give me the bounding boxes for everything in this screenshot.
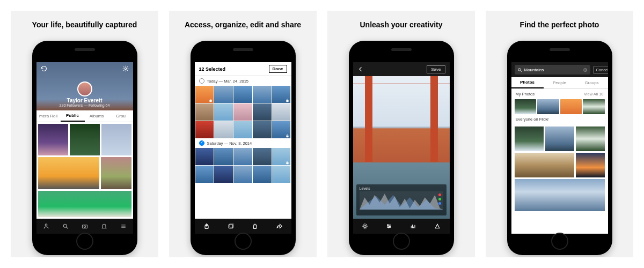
album-icon[interactable]: [228, 223, 234, 229]
gear-icon[interactable]: [122, 65, 129, 72]
radio-checked-icon[interactable]: [199, 140, 204, 146]
brightness-icon[interactable]: [362, 223, 368, 229]
photo-thumb[interactable]: [515, 126, 544, 151]
photo-thumb[interactable]: [545, 126, 574, 151]
search-input[interactable]: [524, 68, 581, 72]
photo-thumb[interactable]: [253, 86, 272, 103]
svg-point-14: [390, 226, 391, 227]
photo-thumb[interactable]: [70, 124, 100, 155]
photo-thumb[interactable]: [583, 99, 605, 114]
histogram-icon[interactable]: [410, 223, 416, 229]
photo-thumb[interactable]: [38, 157, 99, 189]
tab-photos[interactable]: Photos: [511, 77, 544, 88]
photo-thumb[interactable]: [38, 124, 68, 155]
photo-thumb[interactable]: [195, 148, 214, 165]
profile-name: Taylor Everett: [67, 98, 103, 103]
photo-thumb[interactable]: [272, 103, 291, 121]
photo-thumb[interactable]: [515, 99, 537, 114]
histogram[interactable]: [360, 191, 443, 210]
profile-tabs: mera Roll Public Albums Grou: [36, 110, 133, 122]
forward-icon[interactable]: [276, 223, 282, 229]
photo-thumb[interactable]: [253, 148, 272, 165]
profile-header: Taylor Everett 220 Followers — Following…: [36, 62, 133, 110]
search-field[interactable]: [515, 65, 590, 75]
profile-stats: 220 Followers — Following 64: [60, 103, 110, 107]
bottom-actions: [195, 219, 291, 234]
photo-thumb[interactable]: [537, 99, 559, 114]
back-icon[interactable]: [357, 66, 364, 72]
lock-icon: [286, 133, 289, 137]
photo-thumb[interactable]: [101, 124, 131, 155]
camera-icon[interactable]: [82, 223, 88, 229]
crop-icon[interactable]: [434, 223, 441, 229]
svg-point-1: [45, 224, 47, 226]
person-icon[interactable]: [43, 223, 49, 229]
photo-thumb[interactable]: [195, 166, 214, 183]
panel-edit: Unleash your creativity Save Levels: [327, 11, 475, 257]
radio-unchecked-icon[interactable]: [199, 78, 204, 84]
photo-thumb[interactable]: [233, 103, 252, 121]
photo-thumb[interactable]: [253, 103, 272, 121]
refresh-icon[interactable]: [41, 65, 47, 72]
photo-thumb[interactable]: [214, 148, 233, 165]
edit-tools: [353, 219, 450, 234]
edit-canvas[interactable]: Levels: [353, 76, 450, 219]
photo-thumb[interactable]: [576, 126, 605, 151]
search-icon: [517, 68, 522, 72]
avatar[interactable]: [77, 81, 92, 96]
photo-thumb[interactable]: [195, 103, 214, 121]
photo-thumb[interactable]: [272, 121, 291, 138]
share-icon[interactable]: [203, 223, 210, 229]
tab-people[interactable]: People: [544, 80, 576, 85]
photo-thumb[interactable]: [272, 86, 291, 103]
date-group[interactable]: Saturday — Nov. 8, 2014: [195, 138, 291, 148]
lock-icon: [209, 98, 213, 102]
photo-thumb[interactable]: [272, 148, 291, 165]
phone-frame: Taylor Everett 220 Followers — Following…: [32, 41, 137, 255]
screen-organize: 12 Selected Done Today — Mar. 24, 2015: [195, 62, 291, 234]
photo-thumb[interactable]: [38, 191, 131, 217]
tab-groups[interactable]: Groups: [576, 80, 608, 85]
clear-icon[interactable]: [583, 68, 588, 72]
channel-dots[interactable]: [438, 193, 441, 205]
panel-profile: Your life, beautifully captured Taylor E…: [11, 11, 158, 257]
photo-thumb[interactable]: [515, 179, 605, 211]
done-button[interactable]: Done: [269, 65, 287, 73]
date-group[interactable]: Today — Mar. 24, 2015: [195, 76, 291, 86]
photo-thumb[interactable]: [214, 121, 233, 138]
bell-icon[interactable]: [101, 223, 107, 229]
save-button[interactable]: Save: [427, 65, 445, 73]
photo-thumb[interactable]: [576, 153, 605, 177]
svg-rect-5: [210, 100, 212, 102]
cancel-button[interactable]: Cancel: [593, 66, 608, 74]
trash-icon[interactable]: [252, 223, 258, 229]
photo-thumb[interactable]: [195, 86, 214, 103]
photo-thumb[interactable]: [515, 153, 574, 177]
tab-albums[interactable]: Albums: [85, 114, 109, 118]
photo-thumb[interactable]: [233, 86, 252, 103]
tab-camera-roll[interactable]: mera Roll: [36, 114, 61, 118]
photo-thumb[interactable]: [233, 148, 252, 165]
photo-thumb[interactable]: [101, 157, 131, 189]
tab-groups[interactable]: Grou: [109, 114, 133, 118]
tool-label: Levels: [360, 187, 443, 190]
svg-rect-7: [287, 136, 289, 137]
sliders-icon[interactable]: [386, 223, 392, 229]
photo-thumb[interactable]: [195, 121, 214, 138]
svg-point-2: [63, 224, 67, 227]
tab-public[interactable]: Public: [61, 110, 85, 122]
photo-thumb[interactable]: [214, 86, 233, 103]
lock-icon: [286, 98, 289, 102]
photo-thumb[interactable]: [214, 166, 233, 183]
view-all-link[interactable]: View All 10: [584, 92, 604, 96]
search-icon[interactable]: [62, 223, 69, 229]
photo-thumb[interactable]: [560, 99, 582, 114]
photo-thumb[interactable]: [253, 166, 272, 183]
photo-thumb[interactable]: [272, 166, 291, 183]
menu-icon[interactable]: [120, 223, 127, 229]
photo-thumb[interactable]: [233, 166, 252, 183]
photo-thumb[interactable]: [253, 121, 272, 138]
photo-thumb[interactable]: [214, 103, 233, 121]
photo-thumb[interactable]: [233, 121, 252, 138]
levels-panel[interactable]: Levels: [356, 184, 447, 215]
